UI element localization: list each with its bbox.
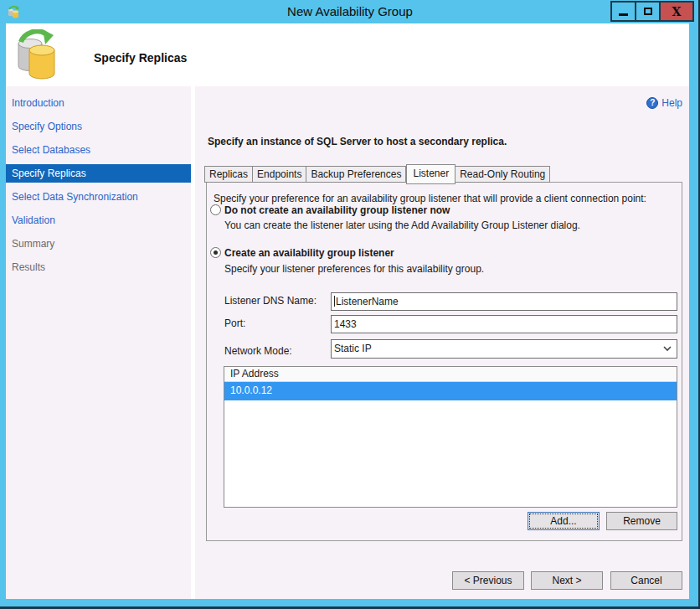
step-select-databases[interactable]: Select Databases — [6, 138, 191, 162]
dialog-window: New Availability Group X Specify Replica… — [0, 0, 700, 609]
title-bar[interactable]: New Availability Group X — [0, 0, 700, 23]
step-introduction[interactable]: Introduction — [6, 91, 191, 115]
wizard-header: Specify Replicas — [6, 23, 689, 86]
caption-buttons: X — [610, 1, 694, 22]
cancel-button[interactable]: Cancel — [610, 571, 682, 590]
previous-button[interactable]: < Previous — [452, 571, 524, 590]
minimize-icon — [619, 13, 628, 16]
tab-strip: Replicas Endpoints Backup Preferences Li… — [204, 166, 550, 183]
ip-address-row[interactable]: 10.0.0.12 — [224, 382, 677, 400]
radio-create-listener[interactable] — [210, 247, 221, 258]
port-label: Port: — [224, 317, 245, 329]
step-results: Results — [6, 255, 191, 279]
chevron-down-icon — [663, 344, 672, 353]
network-mode-label: Network Mode: — [224, 345, 292, 357]
ip-address-column-header[interactable]: IP Address — [224, 367, 677, 382]
listener-dns-name-input[interactable]: ListenerName — [331, 292, 677, 311]
step-specify-replicas[interactable]: Specify Replicas — [6, 164, 191, 183]
minimize-button[interactable] — [612, 3, 635, 20]
help-label: Help — [661, 97, 682, 109]
text-caret — [334, 296, 335, 307]
listener-intro: Specify your preference for an availabil… — [214, 193, 646, 204]
tab-replicas[interactable]: Replicas — [204, 166, 253, 183]
window-title: New Availability Group — [0, 0, 700, 23]
close-icon: X — [672, 6, 682, 18]
option-description: You can create the listener later using … — [224, 219, 580, 231]
radio-do-not-create-listener[interactable] — [210, 204, 221, 215]
remove-button[interactable]: Remove — [606, 512, 677, 530]
step-validation[interactable]: Validation — [6, 209, 191, 232]
listener-dns-name-label: Listener DNS Name: — [224, 295, 317, 307]
replicas-icon — [15, 29, 60, 81]
option-label[interactable]: Create an availability group listener — [224, 247, 394, 259]
add-button[interactable]: Add... — [528, 512, 600, 530]
step-select-data-synchronization[interactable]: Select Data Synchronization — [6, 185, 191, 209]
close-button[interactable]: X — [661, 3, 692, 20]
step-summary: Summary — [6, 232, 191, 255]
port-input[interactable]: 1433 — [331, 315, 677, 333]
ip-address-list[interactable]: IP Address 10.0.0.12 — [224, 366, 677, 508]
dialog-content: Specify Replicas Introduction Specify Op… — [6, 23, 689, 599]
wizard-steps: Introduction Specify Options Select Data… — [6, 86, 191, 599]
main-pane: ? Help Specify an instance of SQL Server… — [195, 86, 689, 599]
listener-tab-panel: Specify your preference for an availabil… — [206, 182, 682, 541]
tab-endpoints[interactable]: Endpoints — [253, 166, 306, 183]
network-mode-select[interactable]: Static IP — [331, 339, 677, 359]
help-icon: ? — [646, 97, 658, 109]
maximize-button[interactable] — [636, 3, 659, 20]
page-instruction: Specify an instance of SQL Server to hos… — [208, 136, 507, 147]
tab-backup-preferences[interactable]: Backup Preferences — [306, 166, 406, 183]
help-link[interactable]: ? Help — [646, 97, 682, 109]
option-description: Specify your listener preferences for th… — [224, 263, 484, 275]
option-label[interactable]: Do not create an availability group list… — [224, 204, 450, 216]
tab-listener[interactable]: Listener — [406, 164, 456, 184]
page-title: Specify Replicas — [94, 51, 187, 65]
maximize-icon — [644, 8, 652, 15]
step-specify-options[interactable]: Specify Options — [6, 115, 191, 138]
tab-read-only-routing[interactable]: Read-Only Routing — [456, 166, 550, 183]
next-button[interactable]: Next > — [531, 571, 603, 590]
